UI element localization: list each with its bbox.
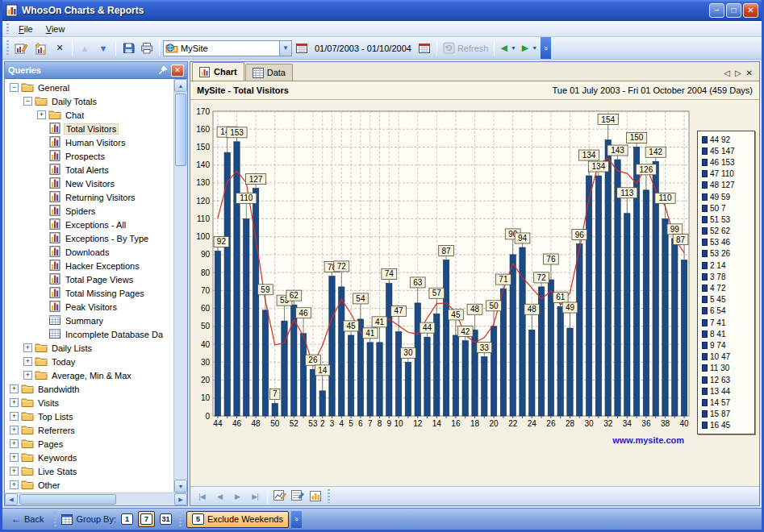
tree-item-exceptions-all[interactable]: Exceptions - All (5, 218, 173, 231)
tree-item-label: Prospects (64, 152, 106, 161)
prev-period-button[interactable]: ◀▼ (498, 39, 518, 57)
tree-item-bandwidth[interactable]: +Bandwidth (5, 382, 173, 396)
exclude-weekends-button[interactable]: 5 Exclude Weekends (186, 511, 289, 528)
tree-item-new-visitors[interactable]: New Visitors (5, 177, 173, 190)
next-period-button[interactable]: ▶▼ (520, 39, 540, 57)
group-by-week-button[interactable]: 7 (138, 511, 155, 527)
expand-icon[interactable]: + (23, 371, 32, 380)
close-button[interactable]: ✕ (743, 3, 758, 18)
menu-view[interactable]: View (40, 23, 71, 35)
tree-item-spiders[interactable]: Spiders (5, 204, 173, 218)
vertical-scroll-thumb[interactable] (175, 94, 186, 166)
back-button[interactable]: ← Back (6, 511, 49, 528)
tree-item-human-visitors[interactable]: Human Visitors (5, 135, 173, 149)
edit-query-button[interactable] (12, 39, 31, 57)
expand-icon[interactable]: + (23, 357, 32, 366)
tree-item-average-min-max[interactable]: +Average, Min & Max (5, 368, 173, 382)
print-button[interactable] (138, 39, 156, 57)
tree-item-downloads[interactable]: Downloads (5, 245, 173, 259)
last-page-button[interactable]: ▶| (247, 489, 263, 504)
tree-item-referrers[interactable]: +Referrers (5, 423, 173, 437)
delete-query-button[interactable]: ✕ (51, 39, 69, 57)
tree-item-daily-lists[interactable]: +Daily Lists (5, 341, 173, 355)
bar-chart-type-button[interactable] (307, 489, 324, 504)
group-by-month-button[interactable]: 31 (157, 511, 174, 527)
tree-item-top-lists[interactable]: +Top Lists (5, 409, 173, 423)
expand-icon[interactable]: + (37, 110, 46, 119)
chart-icon (48, 301, 64, 314)
tree-item-today[interactable]: +Today (5, 355, 173, 368)
chart-settings-button[interactable] (290, 489, 306, 504)
maximize-button[interactable]: □ (726, 3, 741, 18)
site-selector[interactable]: MySite ▼ (163, 40, 292, 56)
expand-icon[interactable]: + (10, 453, 19, 462)
bottombar-overflow-button[interactable]: » (291, 511, 302, 528)
tree-item-other[interactable]: +Other (5, 478, 173, 492)
tab-close-button[interactable]: ✕ (746, 69, 753, 77)
menu-file[interactable]: File (13, 23, 39, 35)
first-page-button[interactable]: |◀ (194, 489, 210, 504)
tree-item-returning-visitors[interactable]: Returning Visitors (5, 190, 173, 204)
horizontal-scroll-thumb[interactable] (19, 494, 116, 505)
tree-horizontal-scrollbar[interactable]: ◀ ▶ (5, 493, 187, 505)
table-icon (48, 328, 64, 341)
svg-text:41: 41 (365, 329, 375, 338)
scroll-up-button[interactable]: ▲ (174, 79, 187, 92)
tree-item-total-page-views[interactable]: Total Page Views (5, 272, 173, 286)
title-bar[interactable]: WhosOn Charts & Reports – □ ✕ (2, 0, 762, 21)
tab-data[interactable]: Data (245, 64, 293, 81)
tree-item-visits[interactable]: +Visits (5, 396, 173, 409)
legend-entry: 48 127 (702, 180, 754, 191)
tab-scroll-right-button[interactable]: ▷ (735, 69, 741, 77)
expand-icon[interactable]: + (23, 343, 32, 352)
site-dropdown-arrow[interactable]: ▼ (279, 41, 291, 56)
scroll-down-button[interactable]: ▼ (174, 480, 187, 493)
tree-item-prospects[interactable]: Prospects (5, 149, 173, 163)
tree-item-hacker-exceptions[interactable]: Hacker Exceptions (5, 259, 173, 272)
tree-item-total-missing-pages[interactable]: Total Missing Pages (5, 286, 173, 300)
collapse-icon[interactable]: − (10, 83, 19, 92)
tree-item-general[interactable]: −General (5, 81, 173, 94)
expand-icon[interactable]: + (10, 426, 19, 434)
expand-icon[interactable]: + (10, 412, 19, 421)
pin-icon[interactable] (157, 64, 169, 77)
tree-item-exceptions-by-type[interactable]: Exceptions - By Type (5, 231, 173, 245)
tree-item-summary[interactable]: Summary (5, 314, 173, 327)
tree-item-total-visitors[interactable]: Total Visitors (5, 122, 173, 135)
new-query-button[interactable] (31, 39, 50, 57)
tree-item-total-alerts[interactable]: Total Alerts (5, 163, 173, 177)
move-down-button[interactable]: ▼ (94, 39, 112, 57)
calendar-start-button[interactable] (293, 39, 311, 57)
calendar-end-button[interactable] (415, 39, 433, 57)
tree-item-chat[interactable]: +Chat (5, 108, 173, 122)
next-page-button[interactable]: ▶ (229, 489, 245, 504)
expand-icon[interactable]: + (10, 439, 19, 448)
scroll-left-button[interactable]: ◀ (5, 493, 18, 505)
svg-text:110: 110 (240, 193, 253, 202)
tree-item-keywords[interactable]: +Keywords (5, 451, 173, 464)
group-by-day-button[interactable]: 1 (119, 511, 136, 527)
expand-icon[interactable]: + (10, 398, 19, 407)
expand-icon[interactable]: + (10, 384, 19, 393)
expand-icon[interactable]: + (10, 480, 19, 489)
tree-item-peak-visitors[interactable]: Peak Visitors (5, 300, 173, 314)
move-up-button[interactable]: ▲ (76, 39, 94, 57)
queries-close-button[interactable]: ✕ (171, 64, 184, 77)
tree-item-live-stats[interactable]: +Live Stats (5, 464, 173, 478)
tree-item-incomplete-database-da[interactable]: Incomplete Database Da (5, 327, 173, 341)
tab-scroll-left-button[interactable]: ◁ (724, 69, 730, 77)
five-day-icon: 5 (192, 513, 204, 525)
expand-icon[interactable]: + (10, 467, 19, 476)
tab-chart[interactable]: Chart (192, 62, 244, 81)
line-chart-type-button[interactable] (272, 489, 288, 504)
collapse-icon[interactable]: − (23, 97, 32, 106)
refresh-button[interactable]: Refresh (440, 39, 491, 57)
prev-page-button[interactable]: ◀ (211, 489, 228, 504)
tree-item-daily-totals[interactable]: −Daily Totals (5, 94, 173, 108)
minimize-button[interactable]: – (709, 3, 724, 18)
toolbar-overflow-button[interactable]: » (541, 37, 551, 59)
scroll-right-button[interactable]: ▶ (174, 493, 187, 505)
save-button[interactable] (119, 39, 137, 57)
tree-item-pages[interactable]: +Pages (5, 437, 173, 451)
tree-vertical-scrollbar[interactable]: ▲ ▼ (173, 79, 187, 493)
